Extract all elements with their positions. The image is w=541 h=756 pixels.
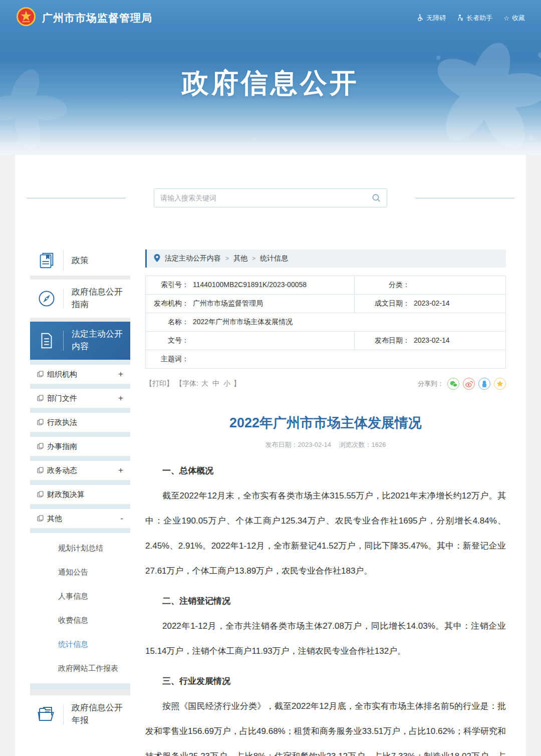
sidebar-item-fiscal-budget[interactable]: 财政预决算	[30, 485, 130, 504]
compass-icon	[30, 289, 63, 309]
top-header-bar: 广州市市场监督管理局 无障碍	[0, 0, 541, 36]
page-title: 政府信息公开	[0, 36, 541, 102]
pages-icon	[37, 370, 44, 379]
pages-icon	[37, 515, 44, 523]
document-name-cell: 名称：2022年广州市市场主体发展情况	[146, 313, 506, 332]
sidebar-subitem-website-report[interactable]: 政府网站工作报表	[30, 656, 130, 680]
font-size-prefix: 【字体:	[175, 379, 198, 388]
search-box	[154, 188, 387, 207]
font-size-medium-button[interactable]: 中	[212, 379, 219, 388]
collapse-toggle[interactable]: -	[120, 514, 123, 524]
header-links: 无障碍 长者助手 ☆ 收藏	[417, 14, 525, 23]
sidebar-item-label: 法定主动公开内容	[64, 328, 130, 353]
article-title: 2022年广州市市场主体发展情况	[145, 414, 506, 432]
sidebar-subitem-notices[interactable]: 通知公告	[30, 560, 130, 584]
sidebar-subitem-personnel-info[interactable]: 人事信息	[30, 584, 130, 608]
divider-line-left	[27, 198, 126, 198]
main-content: 法定主动公开内容 > 其他 > 统计信息 索引号：11440100MB2C918…	[145, 245, 506, 756]
sidebar-item-administrative-enforcement[interactable]: 行政执法	[30, 413, 130, 432]
publisher-cell: 发布机构：广州市市场监督管理局	[146, 295, 355, 313]
sidebar-subitem-planning-summary[interactable]: 规划计划总结	[30, 536, 130, 560]
article-paragraph: 2022年1-12月，全市共注销各类市场主体27.08万户，同比增长14.03%…	[145, 614, 506, 664]
article-toolbar: 【打印】 【字体: 大 中 小 】 分享到：	[145, 378, 506, 390]
sidebar-item-statutory-disclosure[interactable]: 法定主动公开内容	[30, 322, 130, 360]
weibo-share-icon[interactable]	[463, 378, 475, 390]
qq-share-icon[interactable]	[478, 378, 490, 390]
written-date-label: 成文日期：	[355, 299, 410, 308]
star-icon: ☆	[503, 15, 509, 22]
breadcrumb-item-other[interactable]: 其他	[233, 254, 247, 263]
article-publish-date: 发布日期：2023-02-14	[265, 441, 331, 448]
sidebar-item-label: 政府信息公开指南	[64, 286, 130, 311]
breadcrumb: 法定主动公开内容 > 其他 > 统计信息	[145, 249, 506, 268]
favorite-label: 收藏	[512, 14, 525, 23]
publisher-value: 广州市市场监督管理局	[193, 299, 263, 307]
expand-toggle[interactable]: +	[118, 465, 123, 475]
site-name: 广州市市场监督管理局	[42, 11, 152, 25]
breadcrumb-item-statutory[interactable]: 法定主动公开内容	[165, 254, 221, 263]
table-row: 主题词：	[146, 350, 506, 369]
pages-icon	[37, 466, 44, 475]
sidebar-item-annual-report[interactable]: 政府信息公开年报	[30, 695, 130, 733]
wechat-share-icon[interactable]	[447, 378, 459, 390]
expand-toggle[interactable]: +	[118, 393, 123, 403]
table-row: 发布机构：广州市市场监督管理局 成文日期：2023-02-14	[146, 295, 506, 313]
print-button[interactable]: 【打印】	[145, 379, 173, 388]
page-body: 政策 政府信息公开指南	[0, 155, 541, 756]
sidebar-subitem-fee-info[interactable]: 收费信息	[30, 608, 130, 632]
category-label: 分类：	[355, 281, 410, 290]
accessibility-link[interactable]: 无障碍	[417, 14, 446, 23]
menu-item-label: 政务动态	[47, 466, 77, 475]
folder-icon	[30, 704, 63, 724]
sidebar-item-government-news[interactable]: 政务动态 +	[30, 461, 130, 480]
pages-icon	[37, 394, 44, 403]
category-cell: 分类：	[355, 276, 506, 295]
document-icon	[30, 331, 63, 350]
pages-icon	[37, 442, 44, 451]
section-heading: 一、总体概况	[145, 460, 506, 481]
expand-toggle[interactable]: +	[118, 369, 123, 379]
hero-banner: 广州市市场监督管理局 无障碍	[0, 0, 541, 155]
article-meta: 发布日期：2023-02-14 浏览次数：1626	[145, 440, 506, 449]
search-icon[interactable]	[372, 193, 381, 202]
document-name-label: 名称：	[146, 318, 189, 327]
sidebar-item-other[interactable]: 其他 -	[30, 509, 130, 528]
sidebar-submenu: 组织机构 + 部门文件 +	[30, 360, 130, 689]
qzone-share-icon[interactable]	[494, 378, 506, 390]
sidebar-item-policy[interactable]: 政策	[30, 245, 130, 276]
content-card: 政策 政府信息公开指南	[15, 155, 526, 756]
menu-item-label: 部门文件	[47, 394, 77, 403]
document-number-cell: 文号：	[146, 332, 355, 350]
keywords-cell: 主题词：	[146, 350, 506, 369]
sidebar-item-service-guide[interactable]: 办事指南	[30, 437, 130, 456]
publish-date-cell: 发布日期：2023-02-14	[355, 332, 506, 350]
sidebar-item-department-documents[interactable]: 部门文件 +	[30, 389, 130, 408]
divider-line-right	[415, 198, 514, 198]
table-row: 索引号：11440100MB2C91891K/2023-00058 分类：	[146, 276, 506, 295]
elder-assistant-link[interactable]: 长者助手	[457, 14, 492, 23]
menu-item-label: 其他	[47, 514, 62, 524]
font-size-small-button[interactable]: 小	[223, 379, 230, 388]
national-emblem-logo	[16, 6, 36, 30]
document-info-table: 索引号：11440100MB2C91891K/2023-00058 分类： 发布…	[145, 276, 506, 369]
sidebar-item-guide[interactable]: 政府信息公开指南	[30, 280, 130, 318]
search-section	[15, 188, 526, 207]
document-name-value: 2022年广州市市场主体发展情况	[193, 318, 293, 326]
favorite-link[interactable]: ☆ 收藏	[503, 14, 525, 23]
font-size-large-button[interactable]: 大	[201, 379, 208, 388]
sidebar-item-organization[interactable]: 组织机构 +	[30, 365, 130, 384]
index-number-value: 11440100MB2C91891K/2023-00058	[193, 281, 307, 289]
article-body: 一、总体概况 截至2022年12月末，全市实有各类市场主体315.55万户，比2…	[145, 460, 506, 756]
menu-item-label: 办事指南	[47, 442, 77, 451]
search-input[interactable]	[160, 194, 372, 202]
keywords-label: 主题词：	[146, 355, 189, 364]
site-brand[interactable]: 广州市市场监督管理局	[16, 6, 152, 30]
breadcrumb-separator: >	[225, 255, 229, 262]
index-number-label: 索引号：	[146, 281, 189, 290]
elder-assistant-label: 长者助手	[466, 14, 492, 23]
sidebar-subitem-statistics[interactable]: 统计信息	[30, 632, 130, 656]
publisher-label: 发布机构：	[146, 299, 189, 308]
sidebar-item-label: 政策	[64, 255, 130, 267]
publish-date-label: 发布日期：	[355, 336, 410, 345]
elder-icon	[457, 14, 464, 23]
